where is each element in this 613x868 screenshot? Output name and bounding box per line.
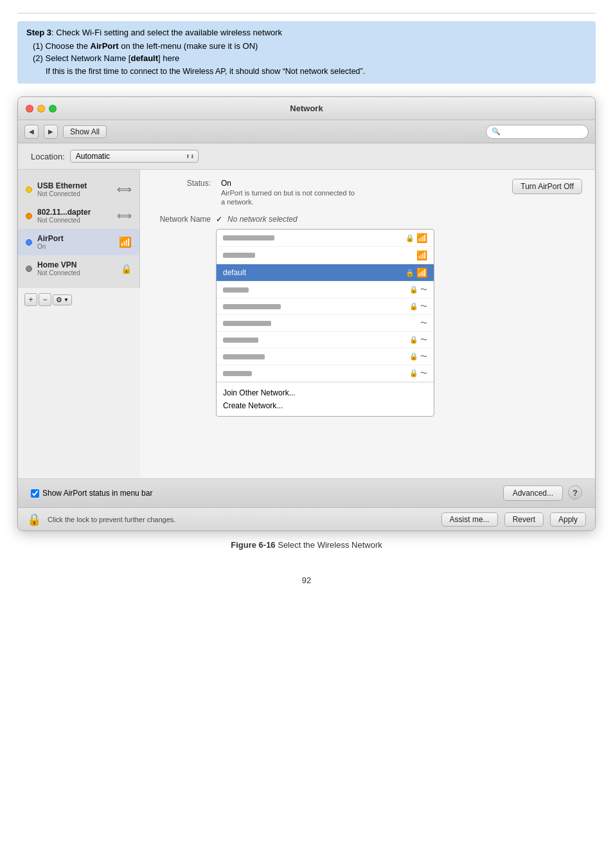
back-button[interactable]: ◀ [24, 125, 39, 139]
step1-airport-bold: AirPort [91, 41, 119, 51]
forward-button[interactable]: ▶ [44, 125, 58, 139]
system-bar: 🔒 Click the lock to prevent further chan… [18, 507, 595, 530]
network-dropdown[interactable]: 🔒 📶 📶 defau [216, 229, 434, 417]
bottom-bar: Show AirPort status in menu bar Advanced… [18, 478, 595, 507]
wifi-signal-6: 〜 [420, 318, 427, 328]
help-button[interactable]: ? [568, 485, 582, 500]
page-number: 92 [17, 575, 596, 585]
sidebar-item-usb-ethernet[interactable]: USB Ethernet Not Connected ⟺ [18, 176, 139, 203]
status-info: On AirPort is turned on but is not conne… [221, 179, 355, 206]
apply-button[interactable]: Apply [550, 512, 586, 527]
step1-suffix: on the left-menu (make sure it is ON) [119, 41, 258, 51]
network-item-5[interactable]: 🔒 〜 [217, 298, 434, 315]
show-all-button[interactable]: Show All [63, 125, 107, 138]
sidebar-item-airport[interactable]: AirPort On 📶 [18, 229, 139, 255]
lock-icon-9: 🔒 [409, 369, 418, 377]
show-airport-label: Show AirPort status in menu bar [42, 489, 152, 498]
wifi-signal-8: 〜 [420, 352, 427, 361]
usb-ethernet-status: Not Connected [37, 190, 112, 197]
network-icons-7: 🔒 〜 [409, 335, 427, 345]
status-desc2: a network. [221, 198, 355, 206]
add-network-button[interactable]: + [24, 293, 37, 306]
wifi-signal-4: 〜 [420, 285, 427, 294]
network-icons-2: 📶 [416, 250, 427, 260]
network-item-6[interactable]: 〜 [217, 315, 434, 332]
homevpn-name: Home VPN [37, 260, 116, 269]
network-item-9[interactable]: 🔒 〜 [217, 365, 434, 382]
figure-text: Select the Wireless Network [276, 540, 382, 550]
network-item-7[interactable]: 🔒 〜 [217, 332, 434, 348]
lock-padlock-icon[interactable]: 🔒 [27, 512, 41, 527]
status-value: On [221, 179, 355, 188]
step1-prefix: (1) Choose the [33, 41, 91, 51]
titlebar: Network [18, 97, 595, 120]
bottom-buttons: Advanced... ? [503, 485, 582, 501]
lock-icon-default: 🔒 [405, 269, 414, 277]
toolbar-search[interactable]: 🔍 [486, 125, 589, 139]
usb-ethernet-text: USB Ethernet Not Connected [37, 181, 112, 197]
wifi-signal-9: 〜 [420, 368, 427, 378]
note-text: If this is the first time to connect to … [46, 67, 365, 76]
network-icons-9: 🔒 〜 [409, 368, 427, 378]
turn-airport-off-button[interactable]: Turn AirPort Off [512, 179, 582, 194]
network-name-blur-4 [223, 287, 249, 293]
airport-dot [26, 239, 32, 246]
network-name-row: Network Name ✓ No network selected [153, 215, 582, 224]
network-name-blur-1 [223, 235, 274, 240]
network-name-blur-9 [223, 371, 252, 376]
lock-text: Click the lock to prevent further change… [48, 516, 435, 523]
airport-name: AirPort [37, 234, 114, 243]
window-body: USB Ethernet Not Connected ⟺ 802.11...da… [18, 170, 595, 478]
location-label: Location: [31, 152, 65, 161]
step3-header: Step 3: Check Wi-Fi setting and select t… [26, 28, 587, 37]
assist-me-button[interactable]: Assist me... [441, 512, 498, 527]
step1-line: (1) Choose the AirPort on the left-menu … [26, 41, 587, 51]
80211-text: 802.11...dapter Not Connected [37, 208, 112, 224]
network-name-label: Network Name [153, 215, 211, 224]
toolbar: ◀ ▶ Show All 🔍 [18, 120, 595, 143]
network-icons-1: 🔒 📶 [405, 233, 427, 243]
network-item-2[interactable]: 📶 [217, 247, 434, 264]
status-row: Status: On AirPort is turned on but is n… [153, 179, 582, 206]
network-item-default[interactable]: default 🔒 📶 [217, 264, 434, 282]
close-button[interactable] [26, 105, 33, 113]
show-airport-checkbox[interactable] [31, 489, 39, 498]
network-icons-4: 🔒 〜 [409, 285, 427, 294]
homevpn-text: Home VPN Not Connected [37, 260, 116, 276]
search-icon: 🔍 [492, 127, 501, 136]
no-network-selected: No network selected [227, 215, 298, 224]
airport-status: On [37, 243, 114, 250]
join-other-network[interactable]: Join Other Network... [223, 386, 427, 399]
homevpn-dot [26, 266, 32, 272]
usb-ethernet-dot [26, 186, 32, 193]
show-airport-checkbox-label[interactable]: Show AirPort status in menu bar [31, 489, 152, 498]
network-checkmark: ✓ [216, 215, 222, 224]
usb-ethernet-name: USB Ethernet [37, 181, 112, 190]
sidebar-item-80211[interactable]: 802.11...dapter Not Connected ⟺ [18, 203, 139, 229]
sidebar-item-homevpn[interactable]: Home VPN Not Connected 🔒 [18, 255, 139, 282]
location-select[interactable]: Automatic [70, 150, 199, 163]
location-bar: Location: Automatic [18, 143, 595, 170]
80211-name: 802.11...dapter [37, 208, 112, 217]
main-panel: Status: On AirPort is turned on but is n… [140, 170, 595, 478]
remove-network-button[interactable]: − [39, 293, 51, 306]
gear-menu-button[interactable]: ⚙ ▼ [53, 294, 72, 305]
airport-text: AirPort On [37, 234, 114, 250]
location-select-wrapper: Automatic [70, 150, 199, 163]
network-window: Network ◀ ▶ Show All 🔍 Location: Automat… [17, 96, 596, 531]
network-item-4[interactable]: 🔒 〜 [217, 282, 434, 298]
advanced-button[interactable]: Advanced... [503, 485, 563, 501]
wifi-icon: 📶 [119, 236, 132, 248]
network-item-1[interactable]: 🔒 📶 [217, 230, 434, 247]
step2-prefix: (2) Select Network Name [ [33, 53, 130, 63]
create-network[interactable]: Create Network... [223, 399, 427, 412]
wifi-signal-5: 〜 [420, 302, 427, 311]
homevpn-status: Not Connected [37, 269, 116, 276]
gear-dropdown-arrow: ▼ [64, 297, 69, 303]
network-name-blur-6 [223, 321, 271, 326]
minimize-button[interactable] [37, 105, 45, 113]
lock-icon-7: 🔒 [409, 336, 418, 344]
revert-button[interactable]: Revert [504, 512, 544, 527]
network-item-8[interactable]: 🔒 〜 [217, 348, 434, 365]
zoom-button[interactable] [49, 105, 57, 113]
